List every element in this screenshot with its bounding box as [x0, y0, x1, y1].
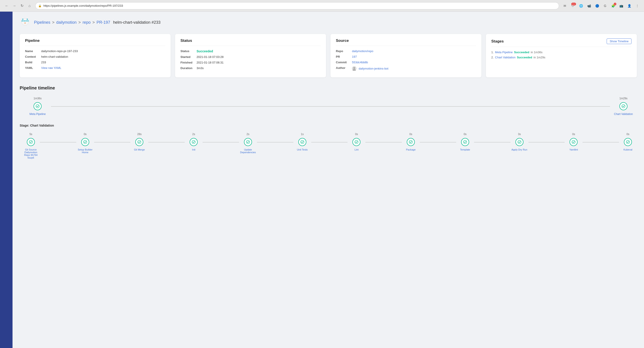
source-commit-value[interactable]: 553dc4bb8b	[352, 60, 368, 64]
stage-node-2: 28s Git Merge	[130, 138, 148, 151]
globe-icon[interactable]: 🌐	[578, 3, 584, 9]
stage-node-9: 3s Apply Dry Run	[510, 138, 528, 151]
mail-icon[interactable]: ✉	[562, 3, 568, 9]
pipeline-node-0-circle	[34, 102, 42, 110]
circle-icon[interactable]: 🔵	[594, 3, 600, 9]
source-author-value[interactable]: dailymotion-jenkins-bot	[359, 67, 388, 70]
show-timeline-button[interactable]: Show Timeline	[607, 38, 632, 44]
alert-icon[interactable]: 🛡 412	[570, 3, 576, 9]
stage-node-8-label[interactable]: Template	[460, 148, 470, 151]
status-label: Status	[180, 50, 194, 53]
pipeline-context-value: helm-chart-validation	[41, 55, 68, 58]
back-button[interactable]: ←	[4, 3, 10, 9]
stage-node-11-time: 0s	[626, 132, 630, 136]
pipeline-node-1-label[interactable]: Chart Validation	[614, 112, 633, 116]
finished-label: Finished	[180, 61, 194, 64]
stage-node-0-circle	[27, 138, 35, 146]
breadcrumb-repo[interactable]: repo	[82, 20, 90, 25]
source-repo-label: Repo	[336, 50, 349, 53]
stage-name-1[interactable]: Chart Validation	[495, 56, 516, 59]
started-row: Started 2021-01-18 07:03:28	[180, 55, 321, 58]
stage-item-1: 2. Chart Validation Succeeded in 1m29s	[491, 56, 632, 59]
source-repo-row: Repo dailymotion/repo	[336, 50, 476, 53]
stage-node-2-circle	[135, 138, 143, 146]
pipeline-node-0-label[interactable]: Meta Pipeline	[30, 112, 46, 116]
stage-timeline-row: 5s Git SourceDailymotionRepo 9h7646szp6 …	[20, 132, 637, 159]
stage-node-6-label[interactable]: Lint	[355, 148, 359, 151]
pipeline-context-label: Context	[25, 55, 38, 58]
pipeline-timeline-section: Pipeline timeline 1m36s Meta Pipeline	[20, 86, 637, 116]
finished-value: 2021-01-18 07:06:31	[196, 61, 224, 64]
stage-node-4-time: 2s	[247, 132, 250, 136]
duration-row: Duration 3m3s	[180, 66, 321, 70]
stage-node-10: 0s Yamllint	[564, 138, 582, 151]
address-bar[interactable]: 🔒 https://pipelines.jx.example.com/daily…	[35, 2, 559, 10]
menu-icon[interactable]: ⋮	[634, 3, 640, 9]
breadcrumb-org[interactable]: dailymotion	[56, 20, 77, 25]
stage-node-1-label[interactable]: Setup BuilderHome	[78, 148, 92, 154]
source-pr-row: PR 197	[336, 55, 476, 58]
svg-point-20	[572, 140, 575, 144]
svg-point-21	[626, 140, 630, 144]
check-icon	[354, 140, 358, 144]
stage-node-5-label[interactable]: Unit Tests	[297, 148, 308, 151]
stage-node-3-circle	[190, 138, 198, 146]
svg-point-17	[409, 140, 412, 144]
view-raw-yaml-link[interactable]: View raw YAML	[41, 66, 61, 70]
stage-node-4-label[interactable]: UpdateDependencies	[240, 148, 256, 154]
svg-point-9	[622, 105, 625, 108]
check-icon	[137, 140, 141, 144]
breadcrumb-pipelines[interactable]: Pipelines	[34, 20, 50, 25]
stage-node-0-label[interactable]: Git SourceDailymotionRepo 9h7646szp6	[24, 148, 38, 159]
stage-node-7-time: 0s	[410, 132, 412, 136]
stage-node-1-circle	[81, 138, 89, 146]
stage-node-4-circle	[244, 138, 252, 146]
pipeline-node-1: 1m29s Chart Validation	[610, 102, 637, 116]
stage-number-1: 2.	[491, 56, 494, 59]
reload-button[interactable]: ↻	[19, 3, 25, 9]
cast-icon[interactable]: 📺	[618, 3, 624, 9]
stage-node-5-circle	[298, 138, 306, 146]
stage-node-3-label[interactable]: Init	[192, 148, 196, 151]
svg-point-10	[29, 140, 33, 144]
stage-node-11-label[interactable]: Kubeval	[624, 148, 632, 151]
stage-node-7-label[interactable]: Package	[406, 148, 416, 151]
started-value: 2021-01-18 07:03:28	[196, 55, 224, 58]
stage-node-9-label[interactable]: Apply Dry Run	[512, 148, 527, 151]
g-icon[interactable]: G	[602, 3, 608, 9]
ext-icon[interactable]: 🧩 2	[610, 3, 616, 9]
check-icon	[36, 104, 40, 108]
stage-name-0[interactable]: Meta Pipeline	[495, 50, 513, 54]
video-icon[interactable]: 📹	[586, 3, 592, 9]
home-button[interactable]: ⌂	[26, 3, 33, 9]
forward-button[interactable]: →	[11, 3, 18, 9]
logo: JENKINS X	[20, 17, 30, 28]
stage-node-3: 2s Init	[185, 138, 202, 151]
stage-connector-5	[311, 142, 348, 142]
stage-node-3-time: 2s	[192, 132, 195, 136]
sidebar	[0, 12, 12, 348]
svg-point-16	[355, 140, 358, 144]
stage-node-8-time: 0s	[464, 132, 467, 136]
status-row: Status Succeeded	[180, 50, 321, 53]
stage-node-2-label[interactable]: Git Merge	[134, 148, 145, 151]
profile-icon[interactable]: 👤	[626, 3, 632, 9]
stage-connector-7	[420, 142, 456, 142]
source-author-row: Author dailymotion-jenkins-bot	[336, 66, 476, 71]
svg-text:X: X	[24, 22, 26, 24]
breadcrumb: JENKINS X Pipelines > dailymotion > repo…	[20, 17, 637, 28]
pipeline-name-row: Name dailymotion-repo-pr-197-233	[25, 50, 165, 53]
pipeline-name-label: Name	[25, 50, 38, 53]
source-pr-value[interactable]: 197	[352, 55, 357, 58]
stage-node-4: 2s UpdateDependencies	[239, 138, 257, 154]
check-icon	[300, 140, 304, 144]
cards-row: Pipeline Name dailymotion-repo-pr-197-23…	[20, 34, 637, 78]
status-card-title: Status	[180, 38, 321, 46]
duration-label: Duration	[180, 66, 194, 70]
stage-connector-6	[366, 142, 402, 142]
stage-node-10-label[interactable]: Yamllint	[569, 148, 578, 151]
breadcrumb-build: helm-chart-validation #233	[112, 20, 160, 25]
source-repo-value[interactable]: dailymotion/repo	[352, 50, 373, 53]
stage-status-0: Succeeded	[514, 50, 530, 54]
browser-chrome: ← → ↻ ⌂ 🔒 https://pipelines.jx.example.c…	[0, 0, 644, 12]
